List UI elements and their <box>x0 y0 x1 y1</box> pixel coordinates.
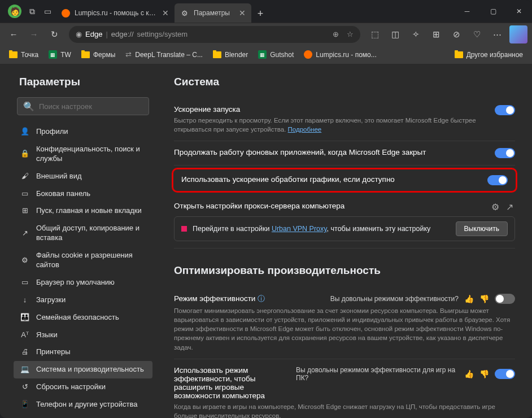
setting-proxy: Открыть настройки прокси-сервера компьют… <box>174 195 515 249</box>
cookie-icon: ⚙ <box>20 256 29 265</box>
disable-extension-button[interactable]: Выключить <box>456 221 508 236</box>
share-icon: ↗ <box>20 229 29 238</box>
sidebar-item-system[interactable]: 💻Система и производительность <box>14 361 152 378</box>
setting-title: Продолжать работу фоновых приложений, ко… <box>174 148 426 156</box>
maximize-button[interactable]: ▢ <box>480 0 506 23</box>
setting-startup-boost: Ускорение запуска Быстро переходить к пр… <box>174 98 515 141</box>
hwaccel-toggle[interactable] <box>487 175 508 185</box>
folder-icon <box>81 51 90 58</box>
section-performance-title: Оптимизировать производительность <box>174 264 515 277</box>
sidebar-item-default[interactable]: ▭Браузер по умолчанию <box>14 274 152 291</box>
refresh-button[interactable]: ↻ <box>45 25 63 43</box>
sheets-icon: ▦ <box>258 50 267 59</box>
workspaces-icon[interactable]: ⧉ <box>25 2 40 21</box>
new-tab-button[interactable]: + <box>251 5 269 23</box>
bookmark-tochka[interactable]: Точка <box>5 49 43 61</box>
setting-description: Когда вы играете в игры на компьютере, M… <box>174 402 515 418</box>
lumpics-icon <box>304 50 312 59</box>
bookmark-fermy[interactable]: Фермы <box>77 49 120 61</box>
bookmark-blender[interactable]: Blender <box>208 49 252 61</box>
url-host: edge:// <box>111 30 134 38</box>
thumbs-up-icon[interactable]: 👍 <box>464 369 474 378</box>
language-icon: Aᵀ <box>20 330 29 340</box>
proxy-link[interactable]: Urban VPN Proxy <box>272 225 327 233</box>
performance-icon[interactable]: ♡ <box>468 25 486 43</box>
close-button[interactable]: ✕ <box>506 0 532 23</box>
sidebar-item-start[interactable]: ⊞Пуск, главная и новые вкладки <box>14 202 152 220</box>
info-icon[interactable]: ⓘ <box>258 294 265 303</box>
forward-button: → <box>25 25 43 43</box>
setting-title: Использовать режим эффективности, чтобы … <box>174 366 287 400</box>
back-button[interactable]: ← <box>5 25 23 43</box>
address-bar[interactable]: ◉ Edge | edge://settings/system ⊕ ☆ <box>69 26 360 43</box>
reset-icon: ↺ <box>20 382 29 392</box>
sidebar-title: Параметры <box>14 76 152 88</box>
proxy-extension-notice: Перейдите в настройки Urban VPN Proxy, ч… <box>174 216 515 241</box>
folder-icon <box>455 51 463 58</box>
minimize-button[interactable]: ─ <box>454 0 480 23</box>
collections-icon[interactable]: ⊞ <box>427 25 445 43</box>
family-icon: 👪 <box>20 313 29 323</box>
thumbs-up-icon[interactable]: 👍 <box>464 294 474 303</box>
more-icon[interactable]: ⋯ <box>488 25 506 43</box>
bookmark-lumpics[interactable]: Lumpics.ru - помо... <box>299 48 381 61</box>
favorites-icon[interactable]: ✧ <box>407 25 425 43</box>
startup-toggle[interactable] <box>495 105 515 115</box>
sidebar-item-phone[interactable]: 📱Телефон и другие устройства <box>14 396 152 413</box>
sidebar-item-profiles[interactable]: 👤Профили <box>14 123 152 141</box>
folder-icon <box>213 51 221 58</box>
browser-icon: ▭ <box>20 278 29 288</box>
sidebar-item-share[interactable]: ↗Общий доступ, копирование и вставка <box>14 220 152 247</box>
deepl-icon: ⇄ <box>125 50 132 59</box>
vertical-tabs-icon[interactable]: ▭ <box>40 2 56 20</box>
setting-efficiency: Режим эффективностиⓘ Вы довольны режимом… <box>174 287 515 359</box>
bookmark-deepl[interactable]: ⇄DeepL Translate – C... <box>121 48 207 61</box>
url-path: settings/system <box>137 30 188 38</box>
background-toggle[interactable] <box>495 148 515 158</box>
setting-title: Ускорение запуска <box>174 105 486 114</box>
search-input[interactable] <box>39 102 143 111</box>
external-link-icon[interactable]: ↗ <box>506 202 515 211</box>
settings-search[interactable]: 🔍 <box>17 97 149 115</box>
download-icon: ↓ <box>20 295 29 305</box>
extension-dot-icon <box>181 226 187 232</box>
other-bookmarks[interactable]: Другое избранное <box>450 49 527 61</box>
sidebar-item-languages[interactable]: AᵀЯзыки <box>14 326 152 344</box>
setting-description: Помогает минимизировать энергопользовани… <box>174 306 515 351</box>
gaming-feedback: Вы довольны режимом эффективности для иг… <box>296 366 515 382</box>
favicon-lumpics <box>62 8 70 18</box>
extension-icon[interactable]: ⚙ <box>491 202 500 211</box>
tab-lumpics[interactable]: Lumpics.ru - помощь с компьют ✕ <box>56 3 175 23</box>
gaming-toggle[interactable] <box>495 369 515 379</box>
sidebar-item-downloads[interactable]: ↓Загрузки <box>14 291 152 309</box>
bookmark-tw[interactable]: ▦TW <box>44 48 76 61</box>
thumbs-down-icon[interactable]: 👎 <box>479 294 489 303</box>
bookmark-gutshot[interactable]: ▦Gutshot <box>254 48 298 61</box>
sidebar-item-appearance[interactable]: 🖌Внешний вид <box>14 168 152 185</box>
tab-settings[interactable]: ⚙ Параметры ✕ <box>175 3 251 23</box>
home-icon: ⊞ <box>20 206 29 216</box>
search-icon[interactable]: ⊕ <box>333 30 339 38</box>
close-icon[interactable]: ✕ <box>239 8 246 18</box>
sidebar-item-family[interactable]: 👪Семейная безопасность <box>14 309 152 326</box>
sidebar-item-printers[interactable]: 🖨Принтеры <box>14 343 152 361</box>
thumbs-down-icon[interactable]: 👎 <box>479 369 489 378</box>
sidebar-item-sidebar[interactable]: ▭Боковая панель <box>14 185 152 203</box>
system-icon: 💻 <box>20 365 29 375</box>
brush-icon: 🖌 <box>20 172 29 181</box>
split-icon[interactable]: ◫ <box>386 25 404 43</box>
sidebar-item-reset[interactable]: ↺Сбросить настройки <box>14 378 152 396</box>
close-icon[interactable]: ✕ <box>162 8 169 18</box>
read-aloud-icon[interactable]: ☆ <box>347 30 354 38</box>
extensions-icon[interactable]: ⬚ <box>366 25 384 43</box>
learn-more-link[interactable]: Подробнее <box>288 126 322 133</box>
efficiency-toggle[interactable] <box>495 294 515 304</box>
sidebar-item-cookies[interactable]: ⚙Файлы cookie и разрешения сайтов <box>14 247 152 274</box>
sidebar-item-privacy[interactable]: 🔒Конфиденциальность, поиск и службы <box>14 141 152 168</box>
tab-strip: Lumpics.ru - помощь с компьют ✕ ⚙ Параме… <box>56 0 454 23</box>
downloads-icon[interactable]: ⊘ <box>447 25 465 43</box>
gear-icon: ⚙ <box>180 8 189 18</box>
copilot-button[interactable] <box>509 25 527 43</box>
profile-avatar[interactable]: 🧑 <box>8 5 21 18</box>
sidebar-item-accessibility[interactable]: ✦Специальные возможности <box>14 413 152 418</box>
